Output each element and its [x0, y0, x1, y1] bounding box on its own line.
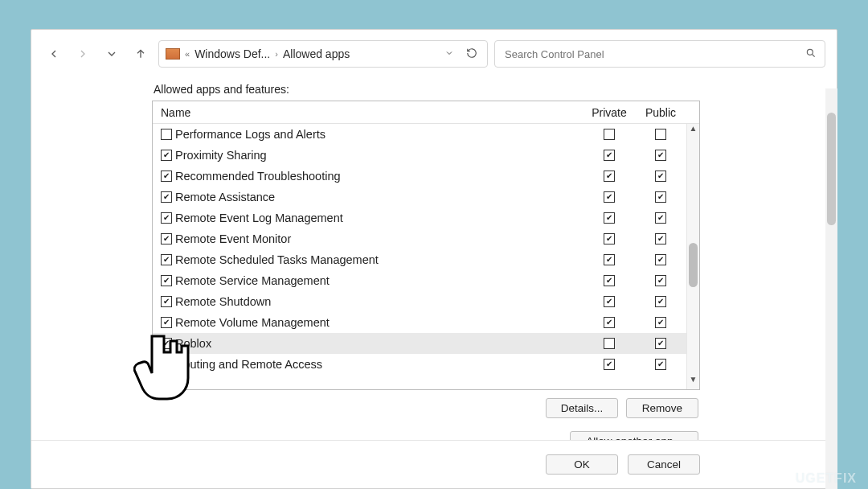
private-checkbox[interactable]: [604, 338, 615, 349]
public-checkbox[interactable]: [655, 191, 666, 203]
column-public[interactable]: Public: [635, 106, 686, 119]
row-enable-checkbox[interactable]: [161, 150, 172, 161]
private-checkbox[interactable]: [604, 233, 615, 244]
row-enable-checkbox[interactable]: [161, 359, 172, 370]
table-row[interactable]: Remote Event Log Management: [153, 208, 686, 228]
up-button[interactable]: [129, 43, 152, 65]
back-button[interactable]: [43, 43, 65, 65]
window-scrollbar[interactable]: [825, 88, 837, 489]
private-checkbox[interactable]: [604, 171, 615, 182]
private-checkbox[interactable]: [604, 254, 615, 265]
rows-container: Performance Logs and AlertsProximity Sha…: [153, 124, 686, 389]
list-action-row: Details... Remove: [152, 390, 700, 418]
table-row[interactable]: Recommended Troubleshooting: [153, 166, 686, 187]
row-enable-checkbox[interactable]: [161, 171, 172, 182]
content-area: Allowed apps and features: Name Private …: [31, 78, 837, 488]
row-enable-checkbox[interactable]: [161, 254, 172, 265]
public-checkbox[interactable]: [655, 150, 666, 161]
row-name: Proximity Sharing: [175, 149, 583, 162]
list-scrollbar[interactable]: ▲ ▼: [686, 124, 699, 389]
scroll-down-icon[interactable]: ▼: [687, 375, 699, 389]
public-checkbox[interactable]: [655, 233, 666, 244]
control-panel-window: « Windows Def... › Allowed apps Allowed …: [31, 29, 837, 489]
search-icon[interactable]: [805, 47, 817, 61]
private-checkbox[interactable]: [604, 359, 615, 370]
dialog-footer: OK Cancel: [31, 440, 837, 488]
svg-point-0: [807, 49, 813, 55]
public-checkbox[interactable]: [655, 338, 666, 349]
row-enable-checkbox[interactable]: [161, 129, 172, 140]
private-checkbox[interactable]: [604, 191, 615, 203]
row-name: Remote Event Log Management: [175, 212, 583, 224]
public-checkbox[interactable]: [655, 359, 666, 370]
private-checkbox[interactable]: [604, 129, 615, 140]
private-checkbox[interactable]: [604, 296, 615, 307]
forward-button[interactable]: [72, 43, 94, 65]
table-row[interactable]: Remote Service Management: [153, 270, 686, 291]
row-name: Routing and Remote Access: [175, 358, 583, 371]
column-private[interactable]: Private: [583, 106, 635, 119]
scroll-up-icon[interactable]: ▲: [687, 124, 699, 138]
ok-button[interactable]: OK: [546, 454, 618, 475]
table-row[interactable]: Remote Assistance: [153, 187, 686, 208]
address-bar[interactable]: « Windows Def... › Allowed apps: [158, 40, 488, 68]
row-enable-checkbox[interactable]: [161, 212, 172, 224]
remove-button[interactable]: Remove: [626, 398, 698, 418]
public-checkbox[interactable]: [655, 275, 666, 286]
refresh-icon[interactable]: [463, 47, 481, 61]
row-name: Roblox: [175, 337, 583, 350]
navigation-toolbar: « Windows Def... › Allowed apps: [31, 30, 837, 78]
row-name: Remote Shutdown: [175, 295, 583, 308]
table-row[interactable]: Routing and Remote Access: [153, 354, 686, 375]
row-enable-checkbox[interactable]: [161, 338, 172, 349]
section-label: Allowed apps and features:: [152, 78, 700, 101]
row-name: Performance Logs and Alerts: [175, 128, 583, 141]
breadcrumb-separator-icon: ›: [275, 49, 278, 59]
apps-listbox: Name Private Public Performance Logs and…: [152, 101, 700, 390]
row-name: Recommended Troubleshooting: [175, 170, 583, 183]
row-name: Remote Assistance: [175, 191, 583, 203]
watermark: UGETFIX: [796, 471, 857, 486]
row-enable-checkbox[interactable]: [161, 191, 172, 203]
details-button[interactable]: Details...: [546, 398, 618, 418]
public-checkbox[interactable]: [655, 212, 666, 224]
table-row[interactable]: Remote Shutdown: [153, 291, 686, 312]
breadcrumb-overflow-icon: «: [185, 49, 190, 59]
private-checkbox[interactable]: [604, 275, 615, 286]
allowed-apps-frame: Allowed apps and features: Name Private …: [152, 78, 700, 464]
search-input[interactable]: [503, 47, 805, 61]
public-checkbox[interactable]: [655, 317, 666, 328]
cancel-button[interactable]: Cancel: [628, 454, 700, 475]
table-row[interactable]: Remote Scheduled Tasks Management: [153, 249, 686, 270]
row-name: Remote Volume Management: [175, 316, 583, 329]
row-enable-checkbox[interactable]: [161, 275, 172, 286]
search-box[interactable]: [494, 40, 825, 68]
recent-dropdown[interactable]: [100, 43, 123, 65]
window-scroll-thumb[interactable]: [827, 113, 836, 225]
address-dropdown-icon[interactable]: [440, 48, 458, 60]
private-checkbox[interactable]: [604, 317, 615, 328]
row-enable-checkbox[interactable]: [161, 296, 172, 307]
row-name: Remote Scheduled Tasks Management: [175, 253, 583, 266]
table-row[interactable]: Roblox: [153, 333, 686, 354]
list-header: Name Private Public: [153, 101, 699, 124]
row-name: Remote Event Monitor: [175, 232, 583, 245]
row-name: Remote Service Management: [175, 274, 583, 287]
public-checkbox[interactable]: [655, 171, 666, 182]
table-row[interactable]: Remote Event Monitor: [153, 228, 686, 249]
public-checkbox[interactable]: [655, 254, 666, 265]
firewall-icon: [166, 48, 180, 60]
table-row[interactable]: Proximity Sharing: [153, 145, 686, 166]
table-row[interactable]: Performance Logs and Alerts: [153, 124, 686, 145]
private-checkbox[interactable]: [604, 212, 615, 224]
public-checkbox[interactable]: [655, 296, 666, 307]
breadcrumb-current[interactable]: Allowed apps: [283, 47, 350, 60]
scroll-thumb[interactable]: [689, 243, 698, 287]
public-checkbox[interactable]: [655, 129, 666, 140]
row-enable-checkbox[interactable]: [161, 233, 172, 244]
column-name[interactable]: Name: [153, 106, 583, 119]
row-enable-checkbox[interactable]: [161, 317, 172, 328]
private-checkbox[interactable]: [604, 150, 615, 161]
table-row[interactable]: Remote Volume Management: [153, 312, 686, 333]
breadcrumb-parent[interactable]: Windows Def...: [194, 47, 270, 60]
